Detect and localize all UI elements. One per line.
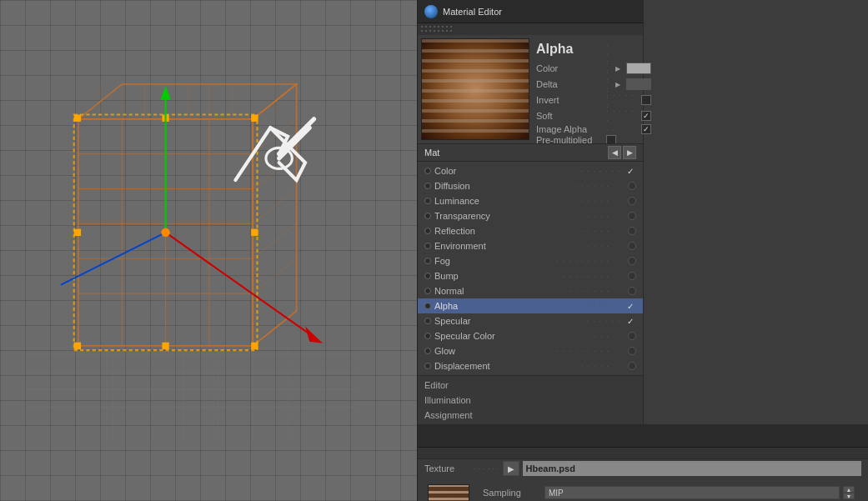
channel-check-glow[interactable] — [613, 345, 625, 357]
channel-extra-diffusion — [628, 182, 636, 190]
sampling-spin-down[interactable]: ▼ — [843, 493, 855, 499]
sampling-spin-up[interactable]: ▲ — [843, 486, 855, 493]
link-assignment[interactable]: Assignment — [424, 408, 636, 423]
channel-check-color[interactable]: ✓ — [625, 165, 636, 177]
channel-enable-luminance[interactable] — [424, 198, 431, 204]
sampling-value[interactable]: MIP — [544, 486, 840, 499]
channel-extra-specular-color — [628, 332, 636, 340]
delta-row: Delta · · · · · · ▶ — [533, 77, 651, 92]
channel-extra-normal — [628, 287, 636, 295]
channel-enable-bump[interactable] — [424, 273, 431, 279]
delta-arrow[interactable]: ▶ — [613, 79, 623, 89]
invert-checkbox[interactable] — [641, 95, 651, 105]
svg-marker-48 — [305, 327, 323, 343]
channel-check-diffusion[interactable] — [613, 180, 625, 192]
image-alpha-checkbox[interactable] — [641, 124, 651, 134]
viewport-3d[interactable] — [0, 0, 417, 501]
channel-enable-environment[interactable] — [424, 243, 431, 249]
cube-wireframe — [25, 67, 359, 442]
mat-icon-left[interactable]: ◀ — [608, 146, 621, 159]
texture-filename[interactable]: Hbeam.psd — [523, 461, 861, 476]
invert-label: Invert — [536, 95, 603, 105]
channel-diffusion[interactable]: Diffusion · · · · · · — [418, 178, 643, 193]
channel-list[interactable]: Color · · · · · · · ✓ Diffusion · · · · … — [418, 162, 643, 375]
delta-label: Delta — [536, 79, 603, 89]
svg-marker-13 — [253, 84, 296, 346]
channel-enable-transparency[interactable] — [424, 213, 431, 219]
channel-extra-luminance — [628, 197, 636, 205]
channel-check-luminance[interactable] — [613, 195, 625, 207]
channel-normal[interactable]: Normal · · · · · · · — [418, 283, 643, 298]
bottom-links: Editor Illumination Assignment — [418, 375, 643, 424]
channel-environment[interactable]: Environment · · · · — [418, 238, 643, 253]
channel-check-normal[interactable] — [613, 285, 625, 297]
channel-specular-color[interactable]: Specular Color · · · — [418, 328, 643, 343]
color-arrow[interactable]: ▶ — [613, 63, 623, 73]
svg-rect-43 — [74, 229, 81, 236]
channel-check-transparency[interactable] — [613, 210, 625, 222]
channel-displacement[interactable]: Displacement · · · · · — [418, 358, 643, 373]
svg-line-14 — [253, 311, 296, 346]
channel-extra-reflection — [628, 227, 636, 235]
channel-enable-fog[interactable] — [424, 258, 431, 264]
channel-glow[interactable]: Glow · · · · · · · · · — [418, 343, 643, 358]
sampling-controls: Sampling MIP ▲ ▼ Blur Offset 0 % ▲ ▼ — [476, 481, 861, 501]
svg-rect-40 — [251, 343, 258, 349]
channel-check-fog[interactable] — [613, 255, 625, 267]
texture-preview-area: Sampling MIP ▲ ▼ Blur Offset 0 % ▲ ▼ — [418, 478, 868, 501]
texture-thumbnail — [428, 484, 469, 501]
channel-enable-alpha[interactable] — [424, 303, 431, 309]
right-header — [418, 424, 868, 448]
svg-rect-42 — [162, 343, 168, 349]
channel-color[interactable]: Color · · · · · · · ✓ — [418, 163, 643, 178]
channel-check-specular[interactable]: ✓ — [625, 315, 636, 327]
texture-label: Texture — [424, 463, 470, 473]
grip-handle — [421, 26, 453, 33]
sampling-spinner[interactable]: ▲ ▼ — [843, 486, 855, 499]
sampling-label: Sampling — [483, 488, 541, 498]
channel-enable-specular-color[interactable] — [424, 333, 431, 339]
svg-line-34 — [253, 223, 296, 258]
channel-enable-specular[interactable] — [424, 318, 431, 324]
channel-enable-normal[interactable] — [424, 288, 431, 294]
texture-arrow-button[interactable]: ▶ — [503, 461, 519, 476]
link-editor[interactable]: Editor — [424, 378, 636, 393]
channel-extra-bump — [628, 272, 636, 280]
svg-line-47 — [166, 233, 314, 338]
image-alpha-row: Image Alpha · · — [533, 124, 651, 134]
delta-swatch[interactable] — [626, 78, 651, 90]
svg-rect-37 — [74, 115, 81, 122]
link-illumination[interactable]: Illumination — [424, 393, 636, 408]
texture-dots: · · · · · · — [474, 464, 499, 473]
channel-specular[interactable]: Specular · · · · · · ✓ — [418, 313, 643, 328]
channel-check-displacement[interactable] — [613, 360, 625, 372]
material-editor-panel: Material Editor Alpha Color · · · · · · — [417, 0, 868, 501]
channel-extra-transparency — [628, 212, 636, 220]
channel-check-reflection[interactable] — [613, 225, 625, 237]
channel-luminance[interactable]: Luminance · · · · · — [418, 193, 643, 208]
material-editor-icon — [424, 5, 438, 18]
channel-reflection[interactable]: Reflection · · · · · — [418, 223, 643, 238]
channel-check-alpha[interactable]: ✓ — [625, 300, 636, 312]
channel-transparency[interactable]: Transparency · · · · — [418, 208, 643, 223]
channel-bump[interactable]: Bump · · · · · · · · — [418, 268, 643, 283]
channel-alpha[interactable]: Alpha · · · · · · · ✓ — [418, 298, 643, 313]
preview-section: Alpha Color · · · · · · ▶ Delta · · · · … — [418, 35, 643, 143]
svg-point-50 — [161, 228, 169, 237]
soft-checkbox[interactable] — [641, 111, 651, 121]
channel-enable-glow[interactable] — [424, 348, 431, 354]
channel-fog[interactable]: Fog · · · · · · · · · — [418, 253, 643, 268]
mat-icon-buttons: ◀ ▶ — [608, 146, 636, 159]
texture-thumbnail-visual — [429, 485, 469, 501]
mat-icon-right[interactable]: ▶ — [623, 146, 636, 159]
channel-enable-reflection[interactable] — [424, 228, 431, 234]
channel-check-bump[interactable] — [613, 270, 625, 282]
channel-check-specular-color[interactable] — [613, 330, 625, 342]
channel-enable-displacement[interactable] — [424, 363, 431, 369]
svg-line-33 — [253, 189, 296, 224]
channel-check-environment[interactable] — [613, 240, 625, 252]
alpha-title: Alpha — [533, 42, 651, 57]
channel-enable-color[interactable] — [424, 168, 431, 174]
color-swatch[interactable] — [626, 63, 651, 74]
channel-enable-diffusion[interactable] — [424, 183, 431, 189]
